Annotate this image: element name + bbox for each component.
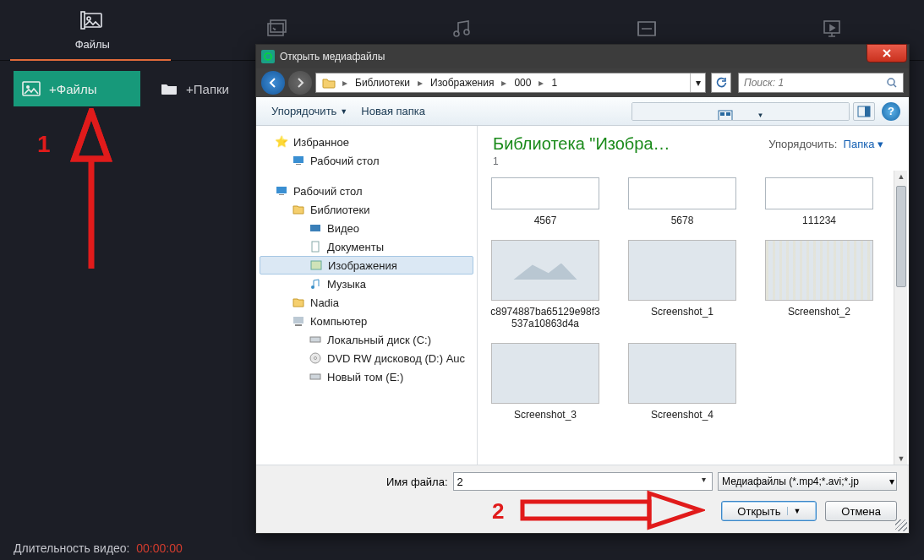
breadcrumb-segment[interactable]: 000: [509, 73, 536, 92]
resize-grip[interactable]: [895, 519, 907, 531]
tree-video[interactable]: Видео: [260, 219, 473, 237]
transitions-icon: [635, 18, 659, 43]
scroll-down-icon[interactable]: ▼: [897, 454, 905, 463]
file-item[interactable]: Screenshot_1: [625, 240, 740, 329]
tree-libraries[interactable]: Библиотеки: [260, 200, 473, 219]
help-button[interactable]: ?: [882, 102, 900, 121]
filename-input[interactable]: 2 ▾: [453, 472, 713, 491]
file-name: 111234: [762, 215, 877, 226]
breadcrumb-segment[interactable]: Изображения: [425, 73, 499, 92]
breadcrumb-dropdown[interactable]: ▾: [690, 73, 705, 92]
tree-desktop[interactable]: Рабочий стол: [260, 182, 473, 200]
search-icon: [886, 77, 898, 89]
search-input[interactable]: [744, 77, 886, 89]
file-item[interactable]: Screenshot_2: [762, 240, 877, 329]
tree-fav-desktop[interactable]: Рабочий стол: [260, 151, 473, 170]
scrollbar[interactable]: ▲ ▼: [894, 171, 907, 465]
new-folder-button[interactable]: Новая папка: [354, 101, 432, 121]
svg-point-14: [888, 79, 894, 85]
filetype-filter[interactable]: Медиафайлы (*.mp4;*.avi;*.jp ▾: [718, 472, 897, 491]
image-icon: [22, 81, 41, 96]
svg-rect-33: [310, 374, 320, 379]
file-item[interactable]: c8974887ba65129e98f3537a10863d4a: [488, 240, 603, 329]
svg-point-5: [454, 31, 459, 36]
file-name: 5678: [625, 215, 740, 226]
star-icon: ⭐: [275, 135, 288, 149]
file-item[interactable]: 111234: [762, 177, 877, 226]
desktop-icon: [292, 154, 305, 167]
svg-rect-29: [295, 324, 302, 326]
nav-tree: ⭐Избранное Рабочий стол Рабочий стол Биб…: [256, 126, 478, 465]
preview-pane-button[interactable]: [853, 102, 875, 121]
svg-point-32: [314, 357, 317, 360]
filename-label: Имя файла:: [386, 476, 448, 488]
file-name: c8974887ba65129e98f3537a10863d4a: [488, 306, 603, 329]
refresh-button[interactable]: [711, 73, 731, 93]
file-thumbnail: [628, 240, 736, 301]
add-files-button[interactable]: +Файлы: [14, 71, 140, 106]
file-item[interactable]: Screenshot_3: [488, 343, 603, 421]
tree-voltom[interactable]: Новый том (E:): [260, 367, 473, 386]
svg-rect-22: [276, 187, 287, 193]
chevron-down-icon[interactable]: ▾: [697, 475, 710, 488]
file-item[interactable]: Screenshot_4: [625, 343, 740, 421]
tab-files-label: Файлы: [75, 38, 110, 51]
open-split-icon[interactable]: ▼: [787, 507, 801, 515]
tree-documents[interactable]: Документы: [260, 237, 473, 256]
computer-icon: [292, 314, 305, 328]
file-name: Screenshot_3: [488, 409, 603, 421]
file-name: Screenshot_4: [625, 409, 740, 421]
nav-forward-button[interactable]: [288, 71, 312, 95]
nav-back-button[interactable]: [261, 71, 285, 95]
tree-pictures[interactable]: Изображения: [260, 256, 473, 275]
view-mode-button[interactable]: ▼: [631, 102, 850, 121]
duration-value: 00:00:00: [136, 541, 183, 555]
breadcrumb[interactable]: ▸ Библиотеки ▸ Изображения ▸ 000 ▸ 1 ▾: [315, 73, 706, 93]
tree-computer[interactable]: Компьютер: [260, 312, 473, 330]
close-button[interactable]: [867, 44, 907, 63]
svg-rect-19: [865, 106, 870, 117]
arrange-by: Упорядочить: Папка ▾: [768, 138, 883, 150]
cancel-button[interactable]: Отмена: [825, 501, 897, 521]
file-item[interactable]: 5678: [625, 177, 740, 226]
dialog-titlebar[interactable]: Открыть медиафайлы: [256, 45, 909, 68]
svg-rect-24: [310, 225, 320, 231]
disk-icon: [309, 370, 322, 383]
open-button[interactable]: Открыть ▼: [721, 501, 817, 521]
tree-music[interactable]: Музыка: [260, 275, 473, 293]
documents-icon: [309, 240, 322, 253]
arrange-dropdown[interactable]: Папка ▾: [844, 138, 883, 150]
file-item[interactable]: 4567: [488, 177, 603, 226]
pane-icon: [857, 106, 871, 117]
photos-icon: [265, 18, 289, 43]
tree-dvd[interactable]: DVD RW дисковод (D:) Auc: [260, 349, 473, 367]
breadcrumb-segment[interactable]: Библиотеки: [350, 73, 415, 92]
tree-favorites[interactable]: ⭐Избранное: [260, 133, 473, 151]
dialog-title: Открыть медиафайлы: [280, 51, 385, 63]
refresh-icon: [715, 77, 727, 89]
desktop-icon: [275, 184, 288, 198]
organize-button[interactable]: Упорядочить ▼: [265, 101, 354, 121]
svg-rect-25: [312, 242, 319, 252]
arrow-right-icon: [294, 77, 306, 89]
chevron-right-icon: ▸: [499, 77, 509, 89]
tree-localdisk[interactable]: Локальный диск (C:): [260, 330, 473, 349]
svg-rect-20: [293, 156, 303, 163]
file-thumbnail: [765, 240, 873, 301]
scroll-up-icon[interactable]: ▲: [897, 172, 905, 181]
breadcrumb-segment[interactable]: 1: [546, 73, 562, 92]
add-folders-button[interactable]: +Папки: [152, 71, 238, 106]
help-icon: ?: [888, 105, 894, 117]
search-box[interactable]: [738, 73, 904, 93]
filename-value: 2: [457, 476, 463, 488]
close-icon: [882, 48, 892, 58]
open-file-dialog: Открыть медиафайлы ▸ Библиотеки ▸ Изобра…: [255, 44, 910, 534]
tab-files[interactable]: Файлы: [0, 0, 185, 60]
duration-label: Длительность видео:: [14, 541, 130, 555]
svg-point-27: [311, 285, 314, 289]
file-name: 4567: [488, 215, 603, 226]
tree-nadia[interactable]: Nadia: [260, 293, 473, 312]
svg-point-10: [26, 85, 30, 89]
pictures-icon: [309, 258, 323, 272]
scrollbar-thumb[interactable]: [896, 186, 906, 287]
